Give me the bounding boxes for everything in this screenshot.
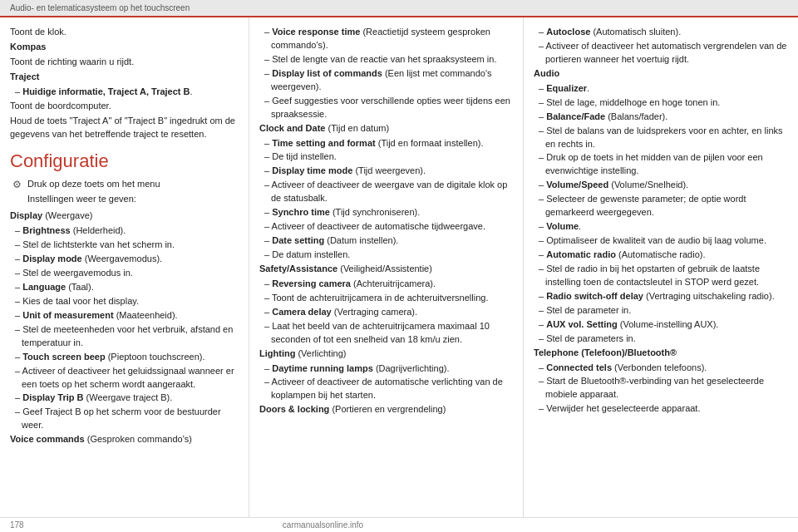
left-column: Toont de klok. Kompas Toont de richting … [0,17,249,530]
kompas-desc: Toont de richting waarin u rijdt. [10,56,239,69]
traject-desc-2: Houd de toets "Traject A" of "Traject B"… [10,115,239,141]
voice-commands-label: Voice commands (Gesproken commando's) [10,433,239,446]
auto-radio-desc: Stel de radio in bij het opstarten of ge… [534,263,788,289]
connected-tels-desc-2: Verwijder het geselecteerde apparaat. [534,402,788,416]
volume-speed-desc: Selecteer de gewenste parameter; de opti… [534,193,788,219]
display-mode-label: Display mode (Weergavemodus). [10,253,239,266]
gear-text: Druk op deze toets om het menu Instellin… [27,178,160,208]
balance-desc-2: Druk op de toets in het midden van de pi… [534,151,788,178]
gear-icon: ⚙ [10,178,23,191]
daytime-desc: Activeer of deactiveer de automatische v… [259,376,513,402]
kompas-label: Kompas [10,41,239,54]
toont-klok: Toont de klok. [10,26,239,39]
display-list-label: Display list of commands (Een lijst met … [259,67,513,94]
synchro-time-label: Synchro time (Tijd synchroniseren). [259,206,513,219]
display-list-desc: Geef suggesties voor verschillende optie… [259,95,513,121]
telephone-label: Telephone (Telefoon)/Bluetooth® [534,347,788,360]
connected-tels-desc-1: Start de Bluetooth®-verbinding van het g… [534,375,788,401]
gear-line-1: Druk op deze toets om het menu [27,178,160,191]
volume-label: Volume. [534,220,788,234]
right-column: Autoclose (Automatisch sluiten). Activee… [524,17,798,530]
reversing-camera-desc: Toont de achteruitrijcamera in de achter… [259,292,513,305]
footer-bar: 178 carmanualsonline.info [0,517,798,532]
balance-desc-1: Stel de balans van de luidsprekers voor … [534,125,788,151]
touchscreen-beep-label: Touch screen beep (Pieptoon touchscreen)… [10,351,239,364]
date-setting-desc: De datum instellen. [259,249,513,262]
voice-response-label: Voice response time (Reactietijd systeem… [259,26,513,52]
safety-label: Safety/Assistance (Veiligheid/Assistenti… [259,263,513,276]
date-setting-label: Date setting (Datum instellen). [259,234,513,248]
camera-delay-desc: Laat het beeld van de achteruitrijcamera… [259,320,513,347]
site-name: carmanualsonline.info [283,520,363,530]
connected-tels-label: Connected tels (Verbonden telefoons). [534,362,788,375]
display-trip-b-label: Display Trip B (Weergave traject B). [10,392,239,405]
brightness-desc: Stel de lichtsterkte van het scherm in. [10,239,239,252]
traject-label: Traject [10,71,239,84]
autoclose-label: Autoclose (Automatisch sluiten). [534,26,788,39]
mid-column: Voice response time (Reactietijd systeem… [249,17,524,530]
gear-line-2: Instellingen weer te geven: [27,193,160,206]
radio-switch-label: Radio switch-off delay (Vertraging uitsc… [534,290,788,303]
header-title: Audio- en telematicasysteem op het touch… [10,3,190,12]
aux-vol-label: AUX vol. Setting (Volume-instelling AUX)… [534,318,788,332]
touchscreen-beep-desc: Activeer of deactiveer het geluidssignaa… [10,365,239,392]
synchro-time-desc: Activeer of deactiveer de automatische t… [259,220,513,234]
display-trip-b-desc: Geef Traject B op het scherm voor de bes… [10,406,239,432]
display-label: Display (Weergave) [10,209,239,223]
time-setting-label: Time setting and format (Tijd en formaat… [259,137,513,150]
gear-row: ⚙ Druk op deze toets om het menu Instell… [10,178,239,208]
brightness-label: Brightness (Helderheid). [10,224,239,238]
clock-date-label: Clock and Date (Tijd en datum) [259,122,513,135]
gear-icons: ⚙ [10,178,23,191]
display-time-mode-desc: Activeer of deactiveer de weergave van d… [259,179,513,205]
reversing-camera-label: Reversing camera (Achteruitrijcamera). [259,278,513,291]
display-mode-desc: Stel de weergavemodus in. [10,267,239,280]
voice-response-desc: Stel de lengte van de reactie van het sp… [259,53,513,66]
audio-label: Audio [534,67,788,81]
traject-desc-1: Toont de boordcomputer. [10,100,239,113]
radio-switch-desc: Stel de parameter in. [534,304,788,318]
lighting-label: Lighting (Verlichting) [259,347,513,361]
aux-vol-desc: Stel de parameters in. [534,332,788,346]
section-title: Configuratie [10,148,239,175]
volume-speed-label: Volume/Speed (Volume/Snelheid). [534,179,788,192]
balance-label: Balance/Fade (Balans/fader). [534,111,788,124]
equalizer-label: Equalizer. [534,82,788,96]
language-desc: Kies de taal voor het display. [10,295,239,308]
autoclose-desc: Activeer of deactiveer het automatisch v… [534,40,788,66]
unit-label: Unit of measurement (Maateenheid). [10,309,239,323]
display-time-mode-label: Display time mode (Tijd weergeven). [259,165,513,178]
camera-delay-label: Camera delay (Vertraging camera). [259,306,513,319]
language-label: Language (Taal). [10,281,239,294]
traject-item-1: Huidige informatie, Traject A, Traject B… [10,86,239,99]
header-bar: Audio- en telematicasysteem op het touch… [0,0,798,17]
volume-desc: Optimaliseer de kwaliteit van de audio b… [534,234,788,248]
doors-label: Doors & locking (Portieren en vergrendel… [259,403,513,416]
daytime-label: Daytime running lamps (Dagrijverlichting… [259,362,513,376]
page-number: 178 [10,520,24,530]
time-setting-desc: De tijd instellen. [259,150,513,164]
equalizer-desc: Stel de lage, middelhoge en hoge tonen i… [534,96,788,110]
auto-radio-label: Automatic radio (Automatische radio). [534,249,788,262]
unit-desc: Stel de meeteenheden voor het verbruik, … [10,323,239,350]
